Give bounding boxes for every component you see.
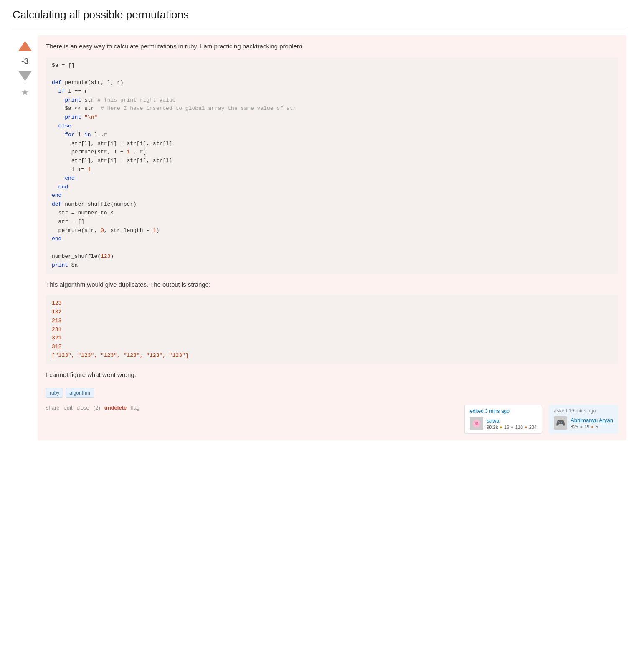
bronze-dot-asked: ● bbox=[591, 424, 594, 429]
edit-link[interactable]: edit bbox=[64, 405, 73, 411]
conclusion-text: I cannot figure what went wrong. bbox=[46, 370, 618, 380]
title-divider bbox=[13, 28, 626, 28]
edited-user-info: sawa 98.2k ● 16 ● 118 ● 204 bbox=[487, 417, 537, 430]
tag-algorithm[interactable]: algorithm bbox=[66, 388, 94, 398]
close-link[interactable]: close bbox=[77, 405, 89, 411]
svg-marker-0 bbox=[18, 41, 32, 51]
close-count: (2) bbox=[94, 405, 100, 411]
code-block: $a = [] def permute(str, l, r) if l == r… bbox=[46, 57, 618, 274]
tag-ruby[interactable]: ruby bbox=[46, 388, 63, 398]
edited-label: edited 3 mins ago bbox=[470, 408, 537, 414]
intro-text: There is an easy way to calculate permut… bbox=[46, 42, 618, 51]
asked-bronze: 5 bbox=[596, 424, 598, 429]
edited-card: edited 3 mins ago 🌸 sawa 98.2k ● 16 ● 11… bbox=[464, 405, 542, 434]
edited-gold: 16 bbox=[504, 425, 509, 430]
silver-dot-edited: ● bbox=[511, 425, 514, 430]
downvote-icon bbox=[18, 68, 33, 83]
question-container: -3 ★ There is an easy way to calculate p… bbox=[13, 35, 626, 440]
edited-bronze: 204 bbox=[529, 425, 537, 430]
share-link[interactable]: share bbox=[46, 405, 60, 411]
silver-dot-asked: ● bbox=[580, 424, 583, 429]
tags-row: ruby algorithm bbox=[46, 388, 618, 398]
vote-sidebar: -3 ★ bbox=[13, 35, 38, 440]
edited-link[interactable]: edited 3 mins ago bbox=[470, 408, 510, 414]
description-text: This algorithm would give duplicates. Th… bbox=[46, 280, 618, 290]
edited-rep: 98.2k bbox=[487, 425, 498, 430]
post-footer: share edit close (2) undelete flag edite… bbox=[46, 405, 618, 434]
page-title: Calculating all possible permutations bbox=[13, 8, 626, 21]
asked-card: asked 19 mins ago 🎮 Abhimanyu Aryan 825 … bbox=[549, 405, 618, 434]
asked-stats: 825 ● 19 ● 5 bbox=[571, 424, 613, 429]
vote-up-button[interactable] bbox=[18, 39, 33, 54]
post-actions: share edit close (2) undelete flag bbox=[46, 405, 139, 411]
gold-dot-edited: ● bbox=[500, 425, 502, 430]
asked-user-row: 🎮 Abhimanyu Aryan 825 ● 19 ● 5 bbox=[554, 416, 613, 430]
asked-username[interactable]: Abhimanyu Aryan bbox=[571, 417, 613, 423]
asked-rep: 825 bbox=[571, 424, 578, 429]
edited-stats: 98.2k ● 16 ● 118 ● 204 bbox=[487, 425, 537, 430]
post-body: There is an easy way to calculate permut… bbox=[38, 35, 626, 440]
svg-marker-1 bbox=[18, 71, 32, 81]
flag-link[interactable]: flag bbox=[131, 405, 139, 411]
bronze-dot-edited: ● bbox=[525, 425, 527, 430]
asked-label: asked 19 mins ago bbox=[554, 408, 613, 414]
output-block: 123 132 213 231 321 312 ["123", "123", "… bbox=[46, 295, 618, 364]
edited-username[interactable]: sawa bbox=[487, 417, 537, 424]
vote-count: -3 bbox=[21, 56, 29, 66]
favorite-button[interactable]: ★ bbox=[21, 87, 29, 98]
asked-avatar: 🎮 bbox=[554, 416, 567, 430]
edited-silver: 118 bbox=[515, 425, 523, 430]
upvote-icon bbox=[18, 39, 33, 54]
edited-user-row: 🌸 sawa 98.2k ● 16 ● 118 ● 204 bbox=[470, 417, 537, 430]
asked-silver: 19 bbox=[584, 424, 589, 429]
vote-down-button[interactable] bbox=[18, 68, 33, 83]
asked-user-info: Abhimanyu Aryan 825 ● 19 ● 5 bbox=[571, 417, 613, 429]
edited-avatar: 🌸 bbox=[470, 417, 483, 430]
post-info-cards: edited 3 mins ago 🌸 sawa 98.2k ● 16 ● 11… bbox=[464, 405, 618, 434]
undelete-link[interactable]: undelete bbox=[104, 405, 127, 411]
